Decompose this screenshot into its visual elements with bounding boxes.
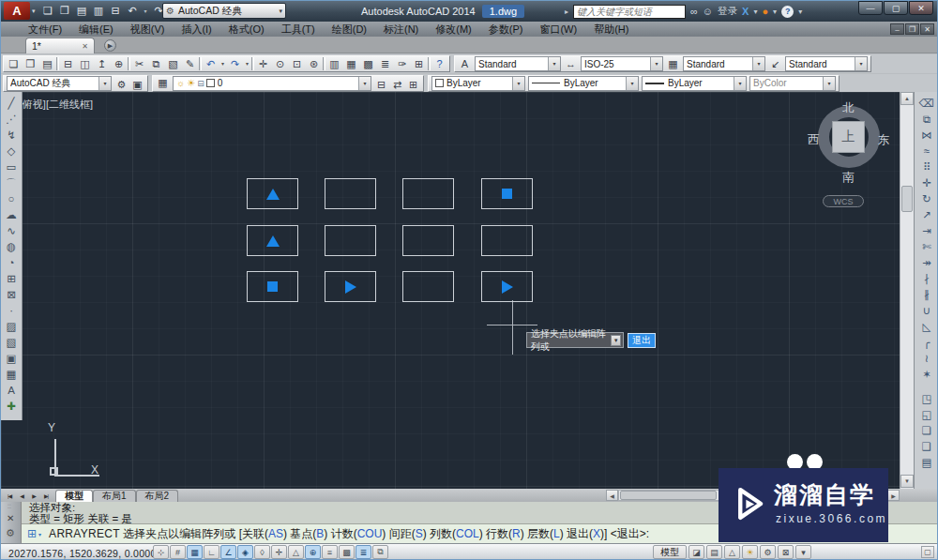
lineweight-combo[interactable]: ByLayer ▾ [642, 76, 747, 91]
tab-menu-button[interactable]: ▶ [104, 39, 116, 52]
scroll-right-button[interactable]: ▶ [887, 490, 900, 501]
my-workspace-icon[interactable]: ▣ [129, 78, 145, 92]
drag-handle-icon[interactable]: ⁚⁚ [8, 503, 11, 509]
send-to-back-icon[interactable]: ◱ [918, 407, 936, 422]
object-snap-toggle[interactable]: ◈ [237, 545, 253, 559]
grip-square-icon[interactable] [267, 281, 278, 292]
scroll-up-button[interactable]: ▲ [900, 92, 914, 105]
array-item-rect[interactable] [247, 225, 298, 256]
layer-thaw-icon[interactable]: ☀ [187, 78, 195, 88]
chevron-down-icon[interactable]: ▾ [626, 77, 638, 90]
ellipse-icon[interactable]: ◍ [3, 239, 21, 254]
bring-above-icon[interactable]: ❏ [918, 423, 936, 438]
menu-tools[interactable]: 工具(T) [273, 23, 324, 37]
status-menu-icon[interactable]: ▾ [795, 545, 811, 559]
chevron-down-icon[interactable]: ▾ [773, 8, 777, 16]
object-snap-tracking-toggle[interactable]: ✛ [271, 545, 287, 559]
quick-properties-toggle[interactable]: ≣ [356, 545, 371, 559]
sign-in-button[interactable]: 登录 [718, 5, 737, 18]
chevron-down-icon[interactable]: ▾ [752, 57, 764, 70]
designcenter-icon[interactable]: ▦ [343, 57, 359, 71]
close-tab-icon[interactable]: ✕ [82, 42, 88, 51]
communication-center-icon[interactable]: ● [762, 6, 768, 17]
next-tab-button[interactable]: ▶ [28, 491, 39, 501]
add-selected-icon[interactable]: ✚ [3, 399, 21, 414]
menu-insert[interactable]: 插入(I) [173, 23, 219, 37]
layer-on-icon[interactable]: ☼ [176, 78, 185, 88]
annotation-scale-icon[interactable]: △ [724, 545, 740, 559]
bring-to-front-icon[interactable]: ◳ [918, 391, 936, 406]
offset-icon[interactable]: ≈ [918, 144, 936, 159]
grip-tri-right-icon[interactable] [502, 280, 513, 294]
array-item-rect[interactable] [247, 178, 298, 209]
array-item-rect[interactable] [325, 178, 376, 209]
break-icon[interactable]: ∦ [918, 287, 936, 302]
chevron-down-icon[interactable]: ▾ [823, 77, 835, 90]
help-icon[interactable]: ? [431, 57, 447, 71]
chevron-down-icon[interactable]: ▾ [734, 77, 746, 90]
array-item-rect[interactable] [481, 271, 533, 302]
scale-icon[interactable]: ↗ [918, 207, 936, 222]
binoculars-icon[interactable]: ∞ [690, 6, 698, 17]
blend-curves-icon[interactable]: ≀ [918, 351, 936, 366]
wcs-button[interactable]: WCS [823, 195, 864, 207]
new-icon[interactable]: ❏ [6, 57, 22, 71]
circle-icon[interactable]: ○ [3, 191, 21, 206]
table-icon[interactable]: ▦ [3, 367, 21, 382]
explode-icon[interactable]: ✶ [918, 367, 936, 382]
tooltip-options-button[interactable]: ▼ [611, 335, 621, 346]
clean-screen-button[interactable]: ▢ [921, 546, 934, 558]
last-tab-button[interactable]: ▶| [40, 491, 52, 501]
rectangle-icon[interactable]: ▭ [3, 159, 21, 174]
redo-icon[interactable]: ↷ [227, 57, 243, 71]
stretch-icon[interactable]: ⇥ [918, 223, 936, 238]
user-icon[interactable]: ☺ [703, 6, 713, 17]
web-icon[interactable]: ⊕ [111, 57, 127, 71]
infocenter-search-input[interactable] [573, 5, 686, 19]
sheet-set-icon[interactable]: ≣ [377, 57, 393, 71]
infocenter-expand-icon[interactable]: ▸ [565, 8, 568, 16]
properties-palette-icon[interactable]: ▥ [326, 57, 342, 71]
tab-layout1[interactable]: 布局1 [93, 490, 136, 502]
mirror-icon[interactable]: ⋈ [918, 128, 936, 143]
save-as-icon[interactable]: ▥ [91, 4, 106, 18]
close-button[interactable]: ✕ [909, 1, 933, 15]
linetype-combo[interactable]: ByLayer ▾ [528, 76, 639, 91]
menu-edit[interactable]: 编辑(E) [70, 23, 122, 37]
array-item-rect[interactable] [325, 225, 376, 256]
construction-line-icon[interactable]: ⋰ [3, 112, 21, 127]
table-style-combo[interactable]: Standard ▾ [683, 56, 765, 71]
model-space-button[interactable]: 模型 [653, 545, 687, 559]
annotation-visibility-icon[interactable]: ☀ [742, 545, 758, 559]
mdi-minimize-button[interactable]: – [890, 23, 904, 35]
chevron-down-icon[interactable]: ▾ [855, 57, 867, 70]
spline-icon[interactable]: ∿ [3, 223, 21, 238]
array-item-rect[interactable] [402, 178, 454, 209]
vertical-scrollbar[interactable]: ▲ ▼ [900, 92, 914, 489]
color-combo[interactable]: ByLayer ▾ [431, 76, 525, 91]
array-item-rect[interactable] [481, 225, 533, 256]
hatch-icon[interactable]: ▨ [3, 319, 21, 334]
gradient-icon[interactable]: ▧ [3, 335, 21, 350]
dim-style-combo[interactable]: ISO-25 ▾ [581, 56, 663, 71]
logo-dropdown-icon[interactable]: ▾ [32, 8, 36, 15]
prev-tab-button[interactable]: ◀ [16, 491, 27, 501]
polygon-icon[interactable]: ◇ [3, 144, 21, 159]
viewcube-north-label[interactable]: 北 [842, 100, 855, 116]
break-at-point-icon[interactable]: ∤ [918, 271, 936, 286]
dynamic-ucs-toggle[interactable]: △ [288, 545, 304, 559]
menu-draw[interactable]: 绘图(D) [324, 23, 375, 37]
tab-layout2[interactable]: 布局2 [136, 490, 179, 502]
array-item-rect[interactable] [325, 271, 376, 302]
close-command-window-icon[interactable]: ✕ [7, 513, 14, 523]
arc-icon[interactable]: ⌒ [3, 175, 21, 190]
tab-model[interactable]: 模型 [55, 490, 93, 502]
grid-toggle[interactable]: ▦ [187, 545, 203, 559]
viewport-controls[interactable]: [-][俯视][二维线框] [10, 98, 93, 112]
line-icon[interactable]: ╱ [3, 96, 21, 111]
plot-preview-icon[interactable]: ◫ [77, 57, 93, 71]
infer-constraints-toggle[interactable]: ⊹ [153, 545, 169, 559]
save-icon[interactable]: ▤ [39, 57, 55, 71]
ortho-toggle[interactable]: ∟ [204, 545, 219, 559]
plotstyle-combo[interactable]: ByColor ▾ [749, 76, 836, 91]
